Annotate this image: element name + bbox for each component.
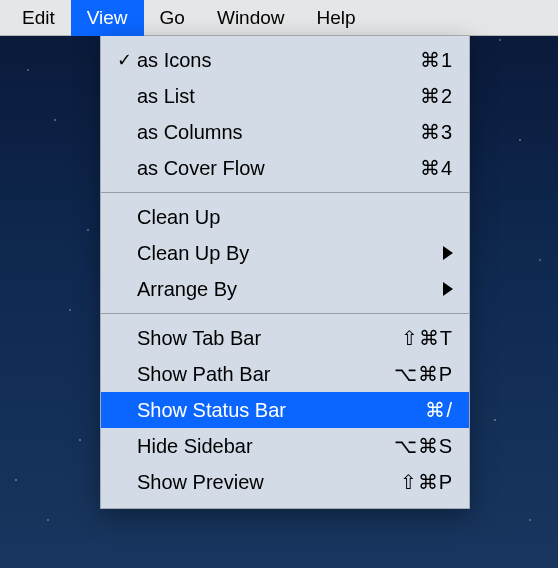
view-menu-dropdown: ✓ as Icons ⌘1 as List ⌘2 as Columns ⌘3 a… [100, 36, 470, 509]
checkmark-icon: ✓ [111, 51, 137, 69]
menubar-item-view[interactable]: View [71, 0, 144, 36]
menu-item-clean-up[interactable]: Clean Up [101, 199, 469, 235]
menu-item-label: Clean Up [137, 206, 367, 229]
menu-item-label: as Columns [137, 121, 389, 144]
menu-item-label: as Icons [137, 49, 389, 72]
menu-separator [101, 192, 469, 193]
menubar-item-window[interactable]: Window [201, 0, 301, 36]
menu-item-label: as List [137, 85, 389, 108]
menu-item-label: as Cover Flow [137, 157, 389, 180]
menu-item-show-path-bar[interactable]: Show Path Bar ⌥⌘P [101, 356, 469, 392]
menu-item-label: Show Tab Bar [137, 327, 389, 350]
menu-item-label: Arrange By [137, 278, 367, 301]
menu-item-shortcut: ⇧⌘P [389, 470, 453, 494]
menu-item-as-columns[interactable]: as Columns ⌘3 [101, 114, 469, 150]
menu-item-as-cover-flow[interactable]: as Cover Flow ⌘4 [101, 150, 469, 186]
submenu-arrow-icon [431, 278, 453, 301]
menubar-item-edit[interactable]: Edit [6, 0, 71, 36]
menu-item-shortcut: ⌥⌘P [389, 362, 453, 386]
menu-item-arrange-by[interactable]: Arrange By [101, 271, 469, 307]
menu-item-label: Show Preview [137, 471, 389, 494]
menu-item-as-list[interactable]: as List ⌘2 [101, 78, 469, 114]
menu-item-clean-up-by[interactable]: Clean Up By [101, 235, 469, 271]
menubar-item-go[interactable]: Go [144, 0, 201, 36]
menu-item-shortcut: ⌘4 [389, 156, 453, 180]
menu-item-show-tab-bar[interactable]: Show Tab Bar ⇧⌘T [101, 320, 469, 356]
menubar: Edit View Go Window Help [0, 0, 558, 36]
menu-item-show-preview[interactable]: Show Preview ⇧⌘P [101, 464, 469, 500]
submenu-arrow-icon [431, 242, 453, 265]
menu-item-label: Show Path Bar [137, 363, 389, 386]
menu-item-as-icons[interactable]: ✓ as Icons ⌘1 [101, 42, 469, 78]
menubar-item-help[interactable]: Help [301, 0, 372, 36]
menu-item-shortcut: ⌘1 [389, 48, 453, 72]
menu-item-shortcut: ⌘/ [389, 398, 453, 422]
menu-item-label: Clean Up By [137, 242, 367, 265]
menu-item-shortcut: ⌥⌘S [389, 434, 453, 458]
menu-item-label: Show Status Bar [137, 399, 389, 422]
menu-item-label: Hide Sidebar [137, 435, 389, 458]
menu-item-shortcut: ⌘2 [389, 84, 453, 108]
menu-item-shortcut: ⌘3 [389, 120, 453, 144]
menu-item-shortcut: ⇧⌘T [389, 326, 453, 350]
menu-separator [101, 313, 469, 314]
menu-item-hide-sidebar[interactable]: Hide Sidebar ⌥⌘S [101, 428, 469, 464]
menu-item-show-status-bar[interactable]: Show Status Bar ⌘/ [101, 392, 469, 428]
